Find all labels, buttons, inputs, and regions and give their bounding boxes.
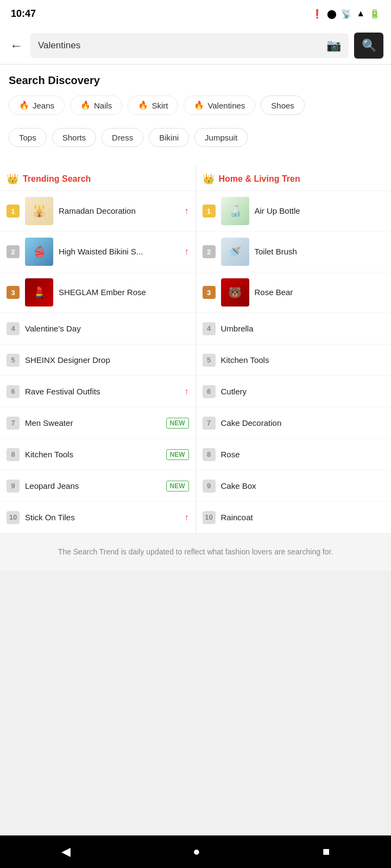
home-name-1: Air Up Bottle (255, 206, 385, 216)
trending-item-6[interactable]: 6 Rave Festival Outfits ↑ (0, 376, 195, 407)
battery-icon: 🔋 (369, 9, 380, 19)
status-time: 10:47 (11, 8, 36, 20)
trending-search-panel: 👑 Trending Search 1 🕌 Ramadan Decoration… (0, 165, 195, 533)
rank-badge-10: 10 (7, 511, 20, 524)
trend-arrow-1: ↑ (185, 206, 189, 216)
tag-jeans-label: Jeans (33, 101, 54, 110)
home-item-7[interactable]: 7 Cake Decoration (196, 407, 392, 439)
trending-item-7[interactable]: 7 Men Sweater NEW (0, 407, 195, 439)
tag-jumpsuit-label: Jumpsuit (205, 133, 237, 142)
thumb-airup: 🍶 (221, 197, 249, 225)
trend-arrow-10: ↑ (185, 513, 189, 522)
home-item-2[interactable]: 2 🚿 Toilet Brush (196, 232, 392, 272)
tag-bikini-label: Bikini (159, 133, 179, 142)
home-item-8[interactable]: 8 Rose (196, 439, 392, 470)
tag-shoes[interactable]: Shoes (261, 95, 305, 115)
rank-badge-9: 9 (7, 480, 20, 493)
search-input[interactable] (38, 40, 322, 51)
search-bar: ← 📷 🔍 (0, 27, 391, 65)
dot-icon: ⬤ (327, 9, 337, 19)
home-rank-badge-1: 1 (203, 205, 216, 218)
trend-name-2: High Waisted Bikini S... (59, 246, 179, 257)
home-item-5[interactable]: 5 Kitchen Tools (196, 344, 392, 376)
home-item-10[interactable]: 10 Raincoat (196, 502, 392, 533)
trend-arrow-2: ↑ (185, 247, 189, 257)
new-badge-9: NEW (166, 481, 189, 492)
rank-badge-7: 7 (7, 417, 20, 430)
trend-arrow-6: ↑ (185, 387, 189, 397)
trending-item-3[interactable]: 3 💄 SHEGLAM Ember Rose (0, 272, 195, 313)
tag-dress-label: Dress (112, 133, 133, 142)
nav-back-button[interactable]: ◀ (61, 845, 71, 859)
wifi-icon: ▲ (356, 9, 365, 18)
tag-valentines-label: Valentines (207, 101, 245, 110)
nav-recent-button[interactable]: ■ (323, 845, 330, 859)
tag-shoes-label: Shoes (271, 101, 294, 110)
trend-name-4: Valentine's Day (25, 323, 189, 334)
tag-bikini[interactable]: Bikini (149, 128, 189, 147)
new-badge-7: NEW (166, 418, 189, 429)
home-living-panel: 👑 Home & Living Tren 1 🍶 Air Up Bottle 2… (196, 165, 392, 533)
tag-shorts[interactable]: Shorts (52, 128, 96, 147)
trending-item-4[interactable]: 4 Valentine's Day (0, 313, 195, 344)
status-bar: 10:47 ❗ ⬤ 📡 ▲ 🔋 (0, 0, 391, 27)
back-button[interactable]: ← (8, 36, 25, 55)
trend-name-7: Men Sweater (25, 418, 161, 429)
tag-valentines[interactable]: 🔥 Valentines (184, 95, 255, 115)
trend-name-9: Leopard Jeans (25, 481, 161, 492)
tag-jeans[interactable]: 🔥 Jeans (9, 95, 65, 115)
home-name-7: Cake Decoration (221, 418, 385, 429)
status-icons: ❗ ⬤ 📡 ▲ 🔋 (312, 9, 380, 19)
trend-name-3: SHEGLAM Ember Rose (59, 287, 189, 298)
thumb-sheglam: 💄 (25, 278, 53, 307)
bottom-nav: ◀ ● ■ (0, 835, 391, 868)
trending-item-8[interactable]: 8 Kitchen Tools NEW (0, 439, 195, 470)
hot-tags-row: 🔥 Jeans 🔥 Nails 🔥 Skirt 🔥 Valentines Sho… (9, 95, 382, 115)
cast-icon: 📡 (341, 9, 352, 19)
trending-item-10[interactable]: 10 Stick On Tiles ↑ (0, 502, 195, 533)
rank-badge-6: 6 (7, 385, 20, 398)
trending-item-2[interactable]: 2 👙 High Waisted Bikini S... ↑ (0, 232, 195, 272)
home-rank-badge-2: 2 (203, 245, 216, 258)
trending-item-1[interactable]: 1 🕌 Ramadan Decoration ↑ (0, 191, 195, 232)
rank-badge-2: 2 (7, 245, 20, 258)
trend-name-8: Kitchen Tools (25, 449, 161, 460)
new-badge-8: NEW (166, 449, 189, 460)
tag-tops[interactable]: Tops (9, 128, 47, 147)
trending-item-9[interactable]: 9 Leopard Jeans NEW (0, 470, 195, 502)
home-living-header: 👑 Home & Living Tren (196, 165, 392, 191)
thumb-ramadan: 🕌 (25, 197, 53, 225)
home-item-3[interactable]: 3 🐻 Rose Bear (196, 272, 392, 313)
trend-name-1: Ramadan Decoration (59, 206, 179, 216)
home-item-4[interactable]: 4 Umbrella (196, 313, 392, 344)
home-item-1[interactable]: 1 🍶 Air Up Bottle (196, 191, 392, 232)
tag-dress[interactable]: Dress (102, 128, 143, 147)
tag-jumpsuit[interactable]: Jumpsuit (194, 128, 248, 147)
home-rank-badge-10: 10 (203, 511, 216, 524)
home-item-9[interactable]: 9 Cake Box (196, 470, 392, 502)
nav-home-button[interactable]: ● (193, 845, 200, 859)
tag-tops-label: Tops (19, 133, 36, 142)
tag-nails[interactable]: 🔥 Nails (70, 95, 122, 115)
tag-skirt-label: Skirt (152, 101, 168, 110)
footer-note: The Search Trend is daily updated to ref… (0, 533, 391, 571)
trend-name-10: Stick On Tiles (25, 512, 179, 523)
home-rank-badge-3: 3 (203, 286, 216, 299)
footer-note-text: The Search Trend is daily updated to ref… (58, 547, 333, 556)
trending-item-5[interactable]: 5 SHEINX Designer Drop (0, 344, 195, 376)
fire-icon-jeans: 🔥 (19, 100, 29, 110)
home-rank-badge-7: 7 (203, 417, 216, 430)
tag-shorts-label: Shorts (62, 133, 86, 142)
camera-icon[interactable]: 📷 (326, 39, 341, 53)
home-item-6[interactable]: 6 Cutlery (196, 376, 392, 407)
home-name-3: Rose Bear (255, 287, 385, 298)
home-name-9: Cake Box (221, 481, 385, 492)
rank-badge-1: 1 (7, 205, 20, 218)
home-rank-badge-5: 5 (203, 354, 216, 367)
tag-skirt[interactable]: 🔥 Skirt (128, 95, 178, 115)
thumb-rosebear: 🐻 (221, 278, 249, 307)
home-rank-badge-4: 4 (203, 322, 216, 335)
trend-name-6: Rave Festival Outfits (25, 386, 179, 397)
home-rank-badge-6: 6 (203, 385, 216, 398)
search-button[interactable]: 🔍 (354, 33, 383, 59)
